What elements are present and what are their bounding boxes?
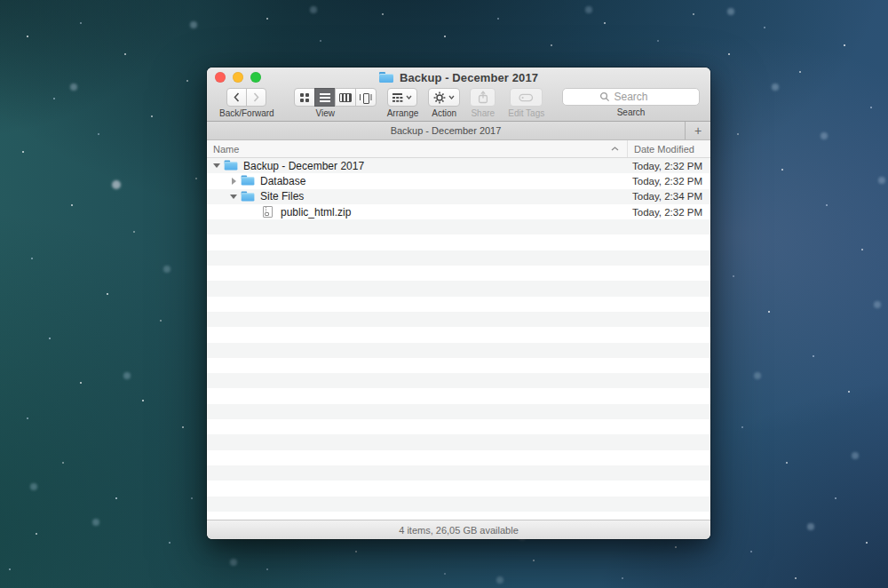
icon-view-icon	[300, 93, 309, 102]
disclosure-none	[249, 207, 259, 218]
column-header-name[interactable]: Name	[207, 140, 627, 157]
column-view-button[interactable]	[335, 88, 356, 107]
column-date-label: Date Modified	[634, 144, 694, 155]
back-button[interactable]	[226, 88, 247, 107]
column-header-date-modified[interactable]: Date Modified	[627, 140, 710, 157]
status-text: 4 items, 26,05 GB available	[399, 525, 519, 536]
table-row[interactable]: Backup - December 2017 Today, 2:32 PM	[207, 158, 710, 173]
list-view-icon	[320, 93, 330, 102]
toolbar: Back/Forward View Arrange	[207, 87, 710, 118]
close-button[interactable]	[215, 72, 226, 83]
file-name: Backup - December 2017	[243, 160, 364, 172]
chevron-left-icon	[234, 92, 240, 102]
view-group: View	[274, 88, 377, 118]
chevron-down-icon	[448, 95, 455, 99]
window-chrome: Backup - December 2017 Back/Forward	[207, 68, 710, 121]
date-modified: Today, 2:32 PM	[632, 176, 702, 187]
folder-icon	[241, 191, 256, 203]
table-row[interactable]: Site Files Today, 2:34 PM	[207, 189, 710, 204]
window-title-group: Backup - December 2017	[379, 71, 538, 84]
table-row[interactable]: Database Today, 2:32 PM	[207, 173, 710, 188]
action-button[interactable]	[428, 88, 460, 107]
folder-proxy-icon[interactable]	[379, 72, 394, 83]
new-tab-button[interactable]: +	[685, 122, 710, 139]
column-header-row: Name Date Modified	[207, 140, 710, 158]
file-name: public_html.zip	[281, 206, 351, 219]
file-name: Database	[260, 175, 305, 187]
arrange-icon	[392, 93, 402, 102]
folder-icon	[241, 175, 256, 187]
column-view-icon	[339, 93, 352, 102]
share-label: Share	[471, 108, 495, 118]
list-view-button[interactable]	[314, 88, 336, 107]
search-group: Search	[562, 88, 700, 117]
back-forward-label: Back/Forward	[219, 108, 274, 118]
tag-icon	[519, 93, 534, 102]
date-modified: Today, 2:32 PM	[632, 207, 702, 218]
titlebar[interactable]: Backup - December 2017	[207, 68, 710, 87]
coverflow-view-icon	[360, 93, 372, 102]
share-group: Share	[470, 88, 496, 118]
disclosure-expanded-icon[interactable]	[211, 161, 222, 171]
status-bar: 4 items, 26,05 GB available	[207, 520, 710, 539]
date-modified: Today, 2:34 PM	[632, 191, 702, 202]
edit-tags-label: Edit Tags	[508, 108, 544, 118]
chevron-right-icon	[253, 92, 259, 102]
column-name-label: Name	[213, 144, 239, 155]
forward-button[interactable]	[246, 88, 266, 107]
sort-ascending-icon	[611, 147, 619, 151]
back-forward-group: Back/Forward	[219, 88, 274, 118]
arrange-button[interactable]	[387, 88, 417, 107]
icon-view-button[interactable]	[294, 88, 315, 107]
finder-window: Backup - December 2017 Back/Forward	[207, 68, 710, 539]
file-name: Site Files	[260, 190, 304, 203]
arrange-group: Arrange	[387, 88, 419, 118]
zip-file-icon	[261, 206, 276, 218]
file-list: Backup - December 2017 Today, 2:32 PM Da…	[207, 158, 710, 520]
coverflow-view-button[interactable]	[355, 88, 377, 107]
minimize-button[interactable]	[233, 72, 243, 83]
zoom-button[interactable]	[250, 72, 261, 83]
arrange-label: Arrange	[387, 108, 419, 118]
folder-icon	[224, 160, 239, 171]
action-group: Action	[428, 88, 460, 118]
plus-icon: +	[694, 123, 702, 138]
disclosure-collapsed-icon[interactable]	[228, 176, 239, 187]
view-label: View	[315, 108, 335, 118]
table-row[interactable]: public_html.zip Today, 2:32 PM	[207, 204, 710, 219]
search-input[interactable]	[562, 88, 700, 106]
tab-title: Backup - December 2017	[391, 125, 502, 136]
gear-icon	[433, 91, 446, 104]
edit-tags-button[interactable]	[510, 88, 543, 107]
tab-backup-december-2017[interactable]: Backup - December 2017	[207, 122, 685, 139]
search-label: Search	[617, 107, 646, 117]
edit-tags-group: Edit Tags	[508, 88, 544, 118]
window-title: Backup - December 2017	[400, 71, 538, 84]
share-icon	[478, 91, 488, 104]
chevron-down-icon	[406, 95, 412, 99]
tab-bar: Backup - December 2017 +	[207, 121, 710, 140]
date-modified: Today, 2:32 PM	[632, 161, 702, 171]
traffic-lights	[215, 72, 261, 83]
disclosure-expanded-icon[interactable]	[228, 191, 239, 202]
action-label: Action	[432, 108, 456, 118]
share-button[interactable]	[470, 88, 496, 107]
